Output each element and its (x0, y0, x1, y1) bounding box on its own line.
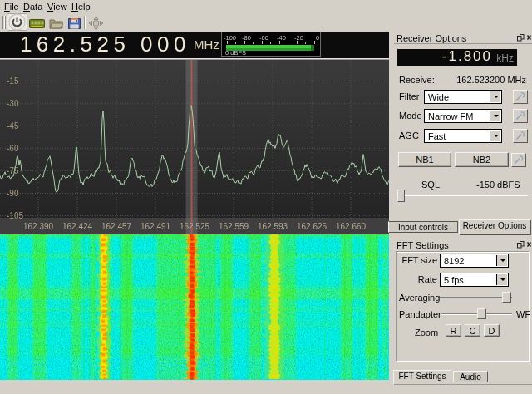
svg-text:-75: -75 (7, 166, 19, 175)
svg-text:162.593: 162.593 (258, 222, 288, 231)
svg-text:-90: -90 (7, 189, 19, 198)
svg-text:-45: -45 (7, 121, 19, 131)
svg-text:-15: -15 (7, 76, 19, 86)
svg-text:162.525: 162.525 (180, 222, 210, 231)
svg-text:162.424: 162.424 (62, 222, 93, 231)
svg-text:162.390: 162.390 (23, 222, 54, 231)
svg-text:162.626: 162.626 (297, 222, 328, 231)
svg-text:162.491: 162.491 (140, 222, 171, 231)
svg-text:-60: -60 (7, 144, 19, 153)
svg-text:162.660: 162.660 (336, 222, 367, 231)
svg-text:162.559: 162.559 (219, 222, 249, 231)
svg-text:-30: -30 (7, 99, 19, 108)
svg-text:162.457: 162.457 (101, 222, 132, 231)
svg-text:-105: -105 (7, 211, 23, 220)
